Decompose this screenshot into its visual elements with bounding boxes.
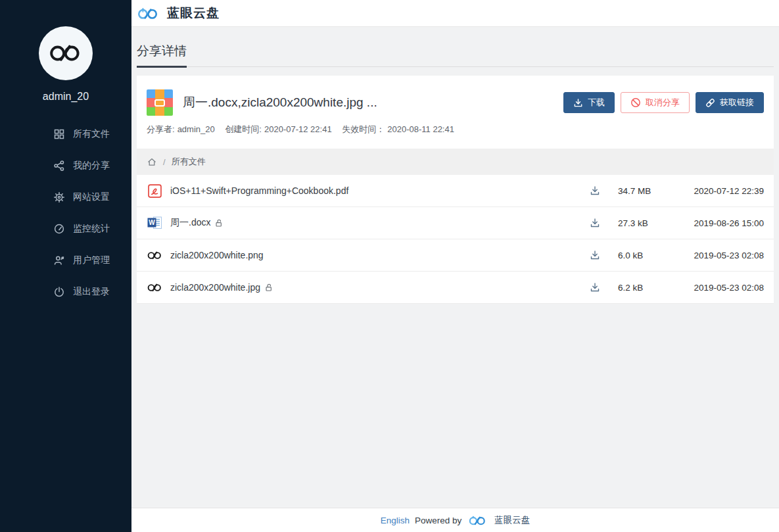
gauge-icon [54, 224, 64, 234]
download-button[interactable]: 下载 [563, 92, 615, 113]
file-row[interactable]: zicla200x200white.jpg [137, 272, 774, 304]
app-header: 蓝眼云盘 [131, 0, 779, 27]
sidebar-item-label: 我的分享 [73, 160, 110, 172]
file-name[interactable]: iOS+11+Swift+Programming+Cookbook.pdf [170, 185, 348, 196]
sidebar-username: admin_20 [43, 91, 89, 103]
share-icon [54, 160, 64, 171]
sidebar-item-label: 所有文件 [73, 128, 110, 140]
share-actions: 下载 取消分享 [563, 92, 764, 113]
sidebar-item-label: 监控统计 [73, 223, 110, 235]
sidebar-item-all-files[interactable]: 所有文件 [0, 118, 131, 150]
file-date: 2019-08-26 15:00 [681, 218, 764, 228]
share-expire: 2020-08-11 22:41 [387, 124, 454, 134]
file-date: 2020-07-12 22:39 [681, 186, 764, 196]
footer-logo-icon [468, 515, 488, 526]
pdf-file-icon [147, 184, 162, 198]
file-download-icon[interactable] [588, 250, 602, 260]
gear-icon [54, 192, 64, 203]
prohibit-icon [630, 97, 641, 108]
archive-file-icon [147, 89, 173, 116]
file-size: 6.2 kB [618, 283, 681, 293]
sidebar-item-monitor-stats[interactable]: 监控统计 [0, 213, 131, 245]
unlock-icon [215, 219, 224, 228]
share-created: 2020-07-12 22:41 [264, 124, 332, 134]
brand-infinity-icon [49, 43, 83, 63]
sidebar-item-my-shares[interactable]: 我的分享 [0, 150, 131, 181]
cancel-share-button[interactable]: 取消分享 [621, 92, 690, 113]
main-area: 蓝眼云盘 分享详情 周一.docx,zicla200x200white.jpg … [131, 0, 779, 532]
svg-text:W: W [149, 219, 155, 226]
file-row[interactable]: zicla200x200white.png 6.0 kB 2019-05-23 … [137, 239, 774, 272]
file-download-icon[interactable] [588, 218, 602, 228]
page-content: 分享详情 周一.docx,zicla200x200white.jpg ... [131, 27, 779, 508]
share-meta: 分享者:admin_20 创建时间:2020-07-12 22:41 失效时间：… [137, 122, 774, 149]
image-thumbnail-icon [147, 283, 162, 293]
link-icon [705, 98, 715, 108]
app-window: admin_20 所有文件 我的分享 [0, 0, 779, 532]
page-title: 分享详情 [137, 43, 774, 67]
file-row[interactable]: W 周一.docx [137, 207, 774, 239]
file-size: 34.7 MB [618, 186, 681, 196]
sidebar-item-logout[interactable]: 退出登录 [0, 276, 131, 308]
avatar[interactable] [39, 26, 93, 80]
powered-by-text: Powered by [415, 516, 461, 525]
app-title: 蓝眼云盘 [167, 5, 220, 22]
file-date: 2019-05-23 02:08 [681, 283, 764, 293]
file-name[interactable]: 周一.docx [170, 217, 224, 229]
download-icon [573, 98, 583, 108]
file-size: 6.0 kB [618, 251, 681, 260]
file-size: 27.3 kB [618, 218, 681, 228]
breadcrumb: / 所有文件 [137, 149, 774, 175]
image-thumbnail-icon [147, 251, 162, 260]
sidebar-item-label: 退出登录 [73, 286, 110, 298]
get-link-button[interactable]: 获取链接 [696, 92, 764, 113]
file-download-icon[interactable] [588, 282, 602, 293]
users-icon [54, 255, 64, 266]
breadcrumb-root[interactable]: 所有文件 [172, 156, 206, 168]
language-link[interactable]: English [381, 516, 410, 525]
footer: English Powered by 蓝眼云盘 [131, 508, 779, 532]
unlock-icon [265, 283, 273, 292]
file-name[interactable]: zicla200x200white.jpg [170, 282, 273, 293]
sidebar-item-label: 用户管理 [73, 254, 110, 266]
sidebar-item-label: 网站设置 [73, 191, 110, 203]
share-title: 周一.docx,zicla200x200white.jpg ... [183, 94, 563, 111]
file-date: 2019-05-23 02:08 [681, 251, 764, 260]
file-row[interactable]: iOS+11+Swift+Programming+Cookbook.pdf 34… [137, 175, 774, 207]
footer-brand-link[interactable]: 蓝眼云盘 [494, 514, 530, 526]
sidebar-item-user-management[interactable]: 用户管理 [0, 245, 131, 276]
sidebar: admin_20 所有文件 我的分享 [0, 0, 131, 532]
file-list: iOS+11+Swift+Programming+Cookbook.pdf 34… [137, 175, 774, 304]
sidebar-item-site-settings[interactable]: 网站设置 [0, 181, 131, 213]
share-created-label: 创建时间: [225, 124, 262, 134]
share-owner: admin_20 [177, 124, 215, 134]
app-logo-icon[interactable] [137, 7, 160, 20]
breadcrumb-separator: / [163, 157, 166, 167]
word-file-icon: W [147, 216, 162, 230]
file-download-icon[interactable] [588, 185, 602, 196]
grid-icon [54, 129, 64, 139]
share-card: 周一.docx,zicla200x200white.jpg ... 下载 [137, 76, 774, 304]
home-icon[interactable] [147, 157, 157, 167]
file-name[interactable]: zicla200x200white.png [170, 250, 264, 260]
power-icon [54, 287, 64, 297]
share-header: 周一.docx,zicla200x200white.jpg ... 下载 [137, 76, 774, 122]
share-owner-label: 分享者: [147, 124, 175, 134]
sidebar-menu: 所有文件 我的分享 [0, 118, 131, 308]
share-expire-label: 失效时间： [342, 124, 385, 134]
